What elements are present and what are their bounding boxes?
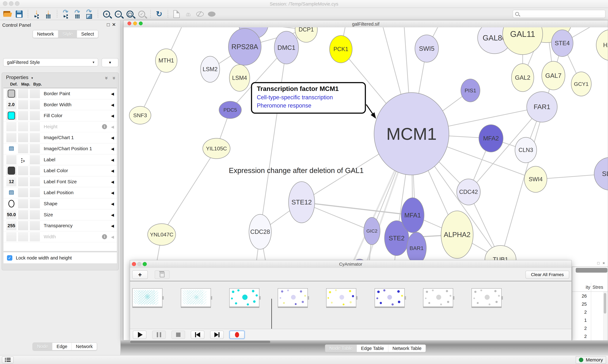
mapping-cell[interactable] xyxy=(18,89,28,98)
node-cln3[interactable]: CLN3 xyxy=(515,137,537,163)
node-mth1[interactable]: MTH1 xyxy=(155,49,177,73)
node-pis1[interactable]: PIS1 xyxy=(461,79,480,102)
node-dmc1[interactable]: DMC1 xyxy=(274,31,299,64)
collapse-arrow[interactable]: ◀ xyxy=(111,103,114,107)
annotation-link[interactable]: Cell-type-specific transcription xyxy=(257,94,365,101)
default-value-cell[interactable] xyxy=(6,89,16,98)
node-rps28a[interactable]: RPS28A xyxy=(228,28,262,65)
node-swi4[interactable]: SWI4 xyxy=(524,166,547,193)
node-ynl047c[interactable]: YNL047C xyxy=(147,223,176,246)
collapse-arrow[interactable]: ◀ xyxy=(111,213,114,217)
mapping-cell[interactable] xyxy=(18,232,28,241)
node-yil105c[interactable]: YIL105C xyxy=(203,138,230,159)
node-bar1[interactable]: BAR1 xyxy=(407,232,427,264)
mapping-cell[interactable]: › xyxy=(18,155,28,166)
node-gcy1[interactable]: GCY1 xyxy=(571,72,592,96)
frame-thumbnail-1[interactable] xyxy=(181,288,211,307)
node-cdc28[interactable]: CDC28 xyxy=(249,214,272,249)
property-row-fill-color[interactable]: Fill Color◀ xyxy=(3,110,117,121)
float-panel-icon[interactable]: □ xyxy=(597,261,600,265)
node-ste12[interactable]: STE12 xyxy=(288,181,315,223)
tab-network-table[interactable]: Network Table xyxy=(388,345,426,352)
bypass-cell[interactable] xyxy=(30,155,40,164)
default-value-cell[interactable] xyxy=(6,232,16,241)
bypass-cell[interactable] xyxy=(30,144,40,153)
collapse-arrow[interactable]: ◀ xyxy=(111,125,114,129)
node-swi5[interactable]: SWI5 xyxy=(415,35,439,63)
edge[interactable] xyxy=(260,48,286,232)
save-icon[interactable] xyxy=(13,9,25,19)
default-value-cell[interactable] xyxy=(6,122,16,131)
collapse-arrow[interactable]: ◀ xyxy=(111,224,114,228)
zoom-out-icon[interactable]: − xyxy=(112,9,124,19)
bypass-cell[interactable] xyxy=(30,199,40,208)
previous-button[interactable] xyxy=(191,331,204,339)
frame-thumbnail-0[interactable] xyxy=(132,288,163,307)
collapse-arrow[interactable]: ◀ xyxy=(111,180,114,184)
mapping-cell[interactable] xyxy=(18,100,28,109)
zoom-fit-icon[interactable]: ▢ xyxy=(124,9,136,19)
node-gal7[interactable]: GAL7 xyxy=(541,61,565,90)
export-network-icon[interactable]: ↷ xyxy=(60,9,71,19)
refresh-icon[interactable]: ↻ xyxy=(153,9,165,19)
frame-thumbnail-5[interactable] xyxy=(375,288,405,307)
bypass-cell[interactable] xyxy=(30,111,40,120)
mapping-cell[interactable] xyxy=(18,188,28,197)
open-folder-icon[interactable] xyxy=(1,9,13,19)
search-input[interactable] xyxy=(521,11,605,17)
property-row-border-paint[interactable]: Border Paint◀ xyxy=(3,88,117,99)
properties-header[interactable]: Properties ▾ xyxy=(6,75,33,80)
bypass-cell[interactable] xyxy=(30,232,40,241)
horizontal-scrollbar-thumb[interactable] xyxy=(130,341,270,343)
collapse-arrow[interactable]: ◀ xyxy=(111,191,114,195)
tab-node[interactable]: Node xyxy=(33,343,52,350)
node-gic2[interactable]: GIC2 xyxy=(363,217,380,245)
property-row-width[interactable]: Widthi◀ xyxy=(3,231,117,242)
table-column-header[interactable]: Stres xyxy=(593,285,603,290)
node-cdc42[interactable]: CDC42 xyxy=(456,179,481,205)
memory-button[interactable]: Memory xyxy=(576,356,606,364)
default-value-cell[interactable]: 255 xyxy=(6,221,16,230)
frame-thumbnail-3[interactable] xyxy=(278,288,308,307)
mapping-cell[interactable] xyxy=(18,133,28,142)
property-row-size[interactable]: 50.0Size◀ xyxy=(3,209,117,221)
edge[interactable] xyxy=(162,148,216,234)
mapping-cell[interactable] xyxy=(18,122,28,131)
property-row-label[interactable]: ›Label◀ xyxy=(3,154,117,165)
node-ste4[interactable]: STE4 xyxy=(551,30,573,57)
node-gal2[interactable]: GAL2 xyxy=(511,64,534,92)
add-frame-button[interactable]: + xyxy=(132,270,148,279)
bypass-cell[interactable] xyxy=(30,166,40,175)
tab-network[interactable]: Network xyxy=(33,30,58,38)
next-button[interactable] xyxy=(210,331,224,339)
import-table-icon[interactable]: ↓ xyxy=(42,9,54,19)
default-value-cell[interactable] xyxy=(6,166,16,175)
collapse-arrow[interactable]: ◀ xyxy=(111,158,114,162)
tab-style[interactable]: Style xyxy=(58,30,77,38)
task-history-button[interactable] xyxy=(2,356,14,363)
mapping-cell[interactable] xyxy=(18,166,28,175)
collapse-arrow[interactable]: ◀ xyxy=(111,147,114,151)
default-value-cell[interactable] xyxy=(6,155,16,164)
collapse-arrow[interactable]: ◀ xyxy=(111,169,114,173)
frame-thumbnail-2[interactable] xyxy=(229,288,259,307)
annotation-link[interactable]: Pheromone response xyxy=(257,102,365,109)
mapping-cell[interactable] xyxy=(18,177,28,186)
default-value-cell[interactable] xyxy=(6,199,16,208)
frame-thumbnail-6[interactable] xyxy=(423,288,453,307)
default-value-cell[interactable] xyxy=(6,133,16,142)
default-value-cell[interactable]: 12 xyxy=(6,177,16,186)
lock-size-checkbox[interactable]: ✓ xyxy=(7,255,12,260)
property-row-height[interactable]: Heighti◀ xyxy=(3,121,117,132)
bypass-cell[interactable] xyxy=(30,221,40,230)
node-mfa2[interactable]: MFA2 xyxy=(479,124,503,152)
node-snf3[interactable]: SNF3 xyxy=(129,106,151,124)
mapping-cell[interactable] xyxy=(18,199,28,208)
bypass-cell[interactable] xyxy=(30,177,40,186)
property-row-image-chart-1[interactable]: Image/Chart 1◀ xyxy=(3,132,117,143)
mapping-cell[interactable] xyxy=(18,221,28,230)
property-row-transparency[interactable]: 255Transparency◀ xyxy=(3,220,117,231)
property-row-image-chart-position-1[interactable]: Image/Chart Position 1◀ xyxy=(3,143,117,154)
export-image-icon[interactable]: ↷ xyxy=(83,9,95,19)
node-mfa1[interactable]: MFA1 xyxy=(401,197,424,233)
